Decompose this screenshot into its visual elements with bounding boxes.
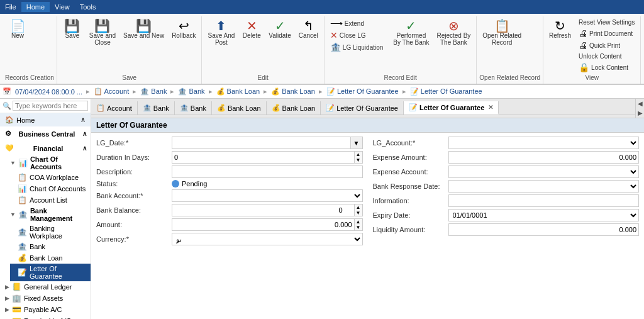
rollback-button[interactable]: ↩ Rollback [169,18,199,41]
tab-bank-loan[interactable]: 💰 Bank Loan [212,101,267,115]
tab-bank-loan2[interactable]: 💰 Bank Loan [267,101,321,115]
lg-liquidation-button[interactable]: 🏦 LG Liquidation [327,42,387,53]
information-input[interactable] [448,194,640,207]
tab-lg-active-label: Letter Of Guarantee [419,104,484,111]
bank-mgmt-icon: 🏦 [18,210,28,219]
bank-response-date-select[interactable] [448,180,640,193]
bank-mgmt-header[interactable]: ▼ 🏦 Bank Management [5,206,91,223]
sidebar-item-account-list[interactable]: 📋 Account List [10,194,91,206]
save-close-button[interactable]: 💾 Save andClose [86,18,119,48]
menu-view[interactable]: View [50,2,75,12]
extend-button[interactable]: ⟶ Extend [327,18,387,29]
description-input[interactable] [172,165,363,178]
menu-tools[interactable]: Tools [75,2,101,12]
rollback-icon: ↩ [179,20,189,32]
save-button[interactable]: 💾 Save [60,18,85,41]
amount-input[interactable] [172,218,355,231]
bank-balance-field: ▲ ▼ [172,204,363,216]
bank-icon: 🏦 [18,242,27,251]
tab-letter-guarantee[interactable]: 📝 Letter Of Guarantee [321,101,404,115]
delete-button[interactable]: ✕ Delete [239,18,264,41]
chart-accounts-label: Chart Of Accounts [30,185,86,193]
expiry-date-select[interactable]: 01/01/0001 [448,209,640,221]
save-new-button[interactable]: 💾 Save and New [120,18,167,41]
nav-letter-guarantee2[interactable]: 📝 Letter Of Guarantee [409,87,484,96]
menu-home[interactable]: Home [21,2,50,12]
tab-scroll-right[interactable]: ▶ [636,108,644,118]
lg-date-dropdown[interactable]: ▼ [351,137,363,149]
nav-letter-guarantee[interactable]: 📝 Letter Of Guarantee [325,87,400,96]
sidebar-item-receivable[interactable]: ▶ 💳 Receivable A/C [0,315,91,319]
quick-print-button[interactable]: 🖨 Quick Print [575,40,638,51]
status-field: Pending [172,180,363,187]
unlock-content-button[interactable]: Unlock Content [575,52,638,61]
menu-file[interactable]: File [0,2,21,12]
lg-account-select[interactable] [448,137,640,149]
sidebar-item-bank[interactable]: 🏦 Bank [10,241,91,252]
nav-bank-loan[interactable]: 💰 Bank Loan [215,87,262,96]
nav-bank[interactable]: 🏦 Bank [139,87,168,96]
form-row-lg-account: LG_Account:* [373,137,640,149]
bank-account-select[interactable] [172,189,363,202]
duration-up[interactable]: ▲ [355,152,362,157]
cancel-button[interactable]: ↰ Cancel [296,18,321,41]
information-label: Information: [373,197,448,204]
balance-down[interactable]: ▼ [355,210,362,216]
sidebar-item-fixed-assets[interactable]: ▶ 🏢 Fixed Assets [0,293,91,304]
performed-by-bank-button[interactable]: ✓ PerformedBy The Bank [390,18,432,48]
lock-content-label: Lock Content [591,64,628,71]
sidebar-item-chart-accounts[interactable]: 📊 Chart Of Accounts [10,183,91,194]
reset-view-button[interactable]: Reset View Settings [575,18,638,27]
sidebar-home[interactable]: 🏠 Home ∧ [0,113,91,126]
liquidity-amount-input[interactable] [448,223,640,236]
open-related-button[interactable]: 📋 Open RelatedRecord [479,18,525,48]
currency-select[interactable]: ىو [172,233,363,245]
print-doc-button[interactable]: 🖨 Print Document [575,28,638,39]
tab-bank[interactable]: 🏦 Bank [138,101,175,115]
tab-account[interactable]: 📋 Account [91,101,138,115]
tab-scroll: ◀ ▶ [635,99,644,118]
close-lg-button[interactable]: ✕ Close LG [327,30,387,41]
nav-account[interactable]: 📋 Account [92,87,130,96]
tab-bank-icon: 🏦 [143,104,152,112]
coa-group-header[interactable]: ▼ 📊 Chart Of Accounts [5,154,91,172]
expense-amount-input[interactable] [448,151,640,164]
duration-down[interactable]: ▼ [355,157,362,163]
tab-letter-guarantee-active[interactable]: 📝 Letter Of Guarantee ✕ [404,101,499,115]
sidebar-item-payable[interactable]: ▶ 💳 Payable A/C [0,304,91,315]
tab-close-btn[interactable]: ✕ [488,104,493,111]
sidebar-bc-header[interactable]: ⚙ Business Central ∧ [0,128,91,140]
validate-button[interactable]: ✓ Validate [265,18,294,41]
sidebar-item-letter-guarantee[interactable]: 📝 Letter Of Guarantee [10,264,91,281]
duration-input[interactable] [172,151,355,164]
search-input[interactable] [13,101,88,111]
open-related-label: Open Related Record [479,74,540,82]
expiry-date-label: Expiry Date: [373,211,448,219]
datetime-display[interactable]: 07/04/2024 08:00:0 ... [14,88,84,96]
sidebar-financial-header[interactable]: 💛 Financial ∧ [0,142,91,154]
expense-account-select[interactable] [448,165,640,178]
balance-up[interactable]: ▲ [355,204,362,210]
new-button[interactable]: 📄 New [5,18,30,41]
save-post-button[interactable]: ⬆ Save AndPost [204,18,238,48]
form-row-description: Description: [96,165,363,178]
refresh-button[interactable]: ↻ Refresh [546,18,574,41]
sidebar-item-banking-workplace[interactable]: 🏦 Banking Workplace [10,223,91,241]
rejected-by-bank-button[interactable]: ⊗ Rejected ByThe Bank [433,18,474,48]
tab-scroll-left[interactable]: ◀ [636,99,644,108]
amount-up[interactable]: ▲ [355,219,362,225]
tab-lg-label: Letter Of Guarantee [336,104,398,112]
tab-bank-loan-label: Bank Loan [228,104,261,112]
nav-bank2[interactable]: 🏦 Bank [177,87,206,96]
amount-down[interactable]: ▼ [355,225,362,230]
lock-content-button[interactable]: 🔒 Lock Content [575,62,638,73]
sep7: ▸ [402,87,406,96]
sidebar-item-general-ledger[interactable]: ▶ 📒 General Ledger [0,281,91,293]
sidebar-item-bank-loan[interactable]: 💰 Bank Loan [10,252,91,264]
nav-bank-loan2[interactable]: 💰 Bank Loan [270,87,316,96]
ribbon-buttons-view: ↻ Refresh Reset View Settings 🖨 Print Do… [546,18,638,73]
tab-bank2[interactable]: 🏦 Bank [175,101,212,115]
lg-date-input[interactable] [172,137,351,149]
bank-balance-input[interactable] [172,204,355,216]
sidebar-item-coa-workplace[interactable]: 📋 COA Workplace [10,172,91,183]
